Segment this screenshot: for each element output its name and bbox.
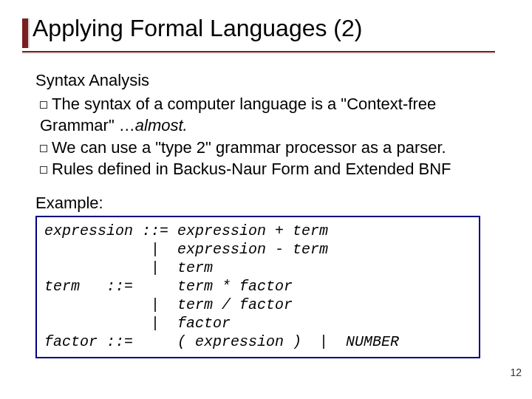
bullet-text-em: almost.: [135, 116, 188, 134]
slide-title: Applying Formal Languages (2): [33, 15, 362, 41]
body-content: Syntax Analysis The syntax of a computer…: [35, 70, 488, 358]
title-accent-bar: [22, 18, 30, 48]
slide: Applying Formal Languages (2) Syntax Ana…: [0, 0, 532, 399]
bullet-text: Rules defined in Backus-Naur Form and Ex…: [52, 160, 451, 178]
bullet-text: Grammar" …: [40, 116, 135, 134]
bullet-text: We can use a "type 2" grammar processor …: [52, 138, 446, 157]
title-area: Applying Formal Languages (2): [22, 15, 510, 52]
bullet-item: The syntax of a computer language is a "…: [40, 94, 488, 115]
example-label: Example:: [35, 193, 488, 214]
bullet-text: The syntax of a computer language is a "…: [52, 95, 436, 113]
square-bullet-icon: [40, 166, 47, 174]
bullet-item: Rules defined in Backus-Naur Form and Ex…: [40, 159, 488, 180]
bullet-item-cont: Grammar" …almost.: [40, 115, 488, 136]
square-bullet-icon: [40, 101, 47, 109]
section-heading: Syntax Analysis: [35, 70, 488, 91]
square-bullet-icon: [40, 145, 47, 152]
title-underline: [22, 51, 495, 52]
bnf-code-box: expression ::= expression + term | expre…: [35, 216, 480, 358]
page-number: 12: [510, 366, 522, 378]
bullet-item: We can use a "type 2" grammar processor …: [40, 137, 488, 158]
